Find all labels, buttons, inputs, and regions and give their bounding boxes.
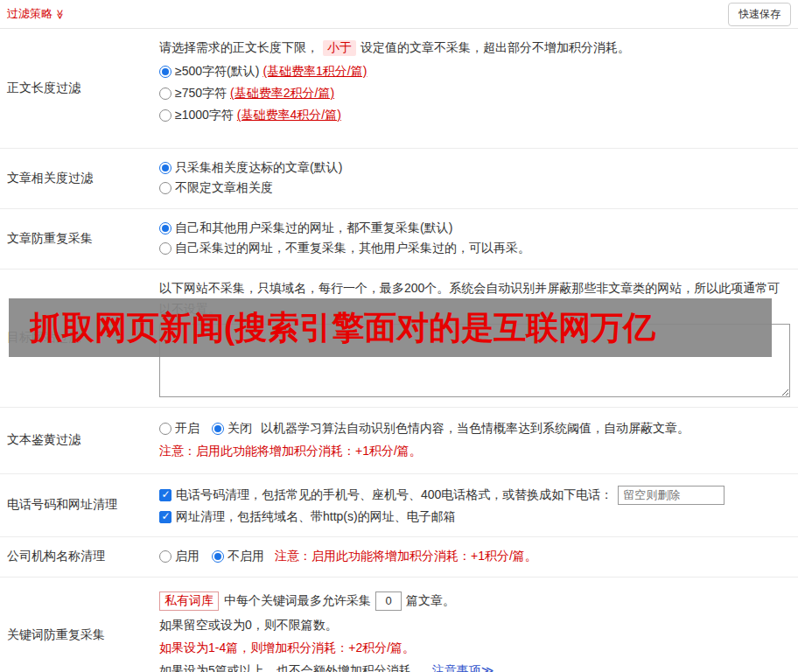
- row-porn-filter: 文本鉴黄过滤 开启 关闭 以机器学习算法自动识别色情内容，当色情概率达到系统阈值…: [0, 408, 798, 474]
- option-label: 不限定文章相关度: [175, 180, 273, 196]
- option-label: ≥500字符(默认): [175, 64, 259, 80]
- row-keyword-dedup: 关键词防重复采集 私有词库 中每个关键词最多允许采集 篇文章。 如果留空或设为0…: [0, 578, 798, 672]
- body-length-intro: 请选择需求的正文长度下限， 小于 设定值的文章不采集，超出部分不增加积分消耗。: [159, 40, 791, 56]
- porn-filter-warning: 注意：启用此功能将增加积分消耗：+1积分/篇。: [159, 444, 791, 459]
- company-off-label[interactable]: 不启用: [228, 549, 264, 564]
- row-label: 关键词防重复采集: [0, 578, 152, 672]
- watermark-text: 抓取网页新闻(搜索引擎面对的是互联网万亿: [30, 306, 655, 350]
- option-label: ≥750字符: [175, 86, 227, 102]
- double-chevron-icon: ≫: [481, 663, 494, 672]
- porn-off-label[interactable]: 关闭: [228, 421, 252, 437]
- row-label: 文章防重复采集: [0, 209, 152, 269]
- option-rate-note: (基础费率4积分/篇): [237, 108, 341, 123]
- url-clean-option: 网址清理，包括纯域名、带http(s)的网址、电子邮箱: [159, 509, 791, 525]
- row-label: 公司机构名称清理: [0, 537, 152, 577]
- porn-filter-options: 开启 关闭 以机器学习算法自动识别色情内容，当色情概率达到系统阈值，自动屏蔽文章…: [159, 421, 791, 437]
- option-label: ≥1000字符: [175, 108, 234, 123]
- row-phone-url-clean: 电话号码和网址清理 电话号码清理，包括常见的手机号、座机号、400电话格式，或替…: [0, 474, 798, 537]
- row-label: 文本鉴黄过滤: [0, 408, 152, 473]
- option-rate-note: (基础费率2积分/篇): [230, 86, 334, 102]
- row-relevance-filter: 文章相关度过滤 只采集相关度达标的文章(默认) 不限定文章相关度: [0, 149, 798, 209]
- radio-company-on[interactable]: [159, 550, 172, 563]
- topbar: 过滤策略 ≫ 快速保存: [0, 0, 798, 29]
- company-clean-warning: 注意：启用此功能将增加积分消耗：+1积分/篇。: [275, 549, 537, 564]
- phone-clean-label: 电话号码清理，包括常见的手机号、座机号、400电话格式，或替换成如下电话：: [176, 487, 612, 503]
- option-dedup-self[interactable]: 自己采集过的网址，不重复采集，其他用户采集过的，可以再采。: [159, 241, 791, 256]
- page-title[interactable]: 过滤策略 ≫: [7, 6, 66, 22]
- row-label: 正文长度过滤: [0, 29, 152, 148]
- url-clean-label: 网址清理，包括纯域名、带http(s)的网址、电子邮箱: [176, 509, 456, 525]
- notice-link-text: 注意事项: [432, 663, 481, 672]
- row-dedup-collection: 文章防重复采集 自己和其他用户采集过的网址，都不重复采集(默认) 自己采集过的网…: [0, 209, 798, 270]
- option-500-chars[interactable]: ≥500字符(默认) (基础费率1积分/篇): [159, 64, 791, 80]
- quick-save-button[interactable]: 快速保存: [728, 3, 791, 26]
- option-750-chars[interactable]: ≥750字符 (基础费率2积分/篇): [159, 86, 791, 102]
- porn-on-label[interactable]: 开启: [175, 421, 200, 437]
- keyword-note-five: 如果设为5篇或以上，也不会额外增加积分消耗。 注意事项≫: [159, 663, 791, 672]
- radio-750-chars[interactable]: [159, 88, 172, 100]
- keyword-limit-line: 私有词库 中每个关键词最多允许采集 篇文章。: [159, 592, 791, 611]
- option-dedup-global[interactable]: 自己和其他用户采集过的网址，都不重复采集(默认): [159, 220, 791, 236]
- intro-before: 请选择需求的正文长度下限，: [159, 40, 318, 56]
- radio-dedup-self[interactable]: [159, 242, 172, 255]
- keyword-note-cost: 如果设为1-4篇，则增加积分消耗：+2积分/篇。: [159, 640, 791, 656]
- page-title-text: 过滤策略: [7, 6, 52, 22]
- keyword-limit-text: 中每个关键词最多允许采集: [224, 593, 371, 609]
- private-lexicon-badge[interactable]: 私有词库: [159, 592, 219, 611]
- radio-relevance-default[interactable]: [159, 162, 172, 174]
- less-than-highlight: 小于: [323, 40, 356, 56]
- watermark-overlay: 抓取网页新闻(搜索引擎面对的是互联网万亿: [9, 298, 772, 357]
- row-label: 电话号码和网址清理: [0, 474, 152, 536]
- radio-500-chars[interactable]: [159, 66, 172, 78]
- chevron-down-icon: ≫: [54, 9, 66, 19]
- option-label: 自己和其他用户采集过的网址，都不重复采集(默认): [175, 220, 452, 236]
- company-on-label[interactable]: 启用: [175, 549, 200, 564]
- option-1000-chars[interactable]: ≥1000字符 (基础费率4积分/篇): [159, 108, 791, 123]
- radio-dedup-global[interactable]: [159, 222, 172, 234]
- option-rate-note: (基础费率1积分/篇): [262, 64, 367, 80]
- row-company-name-clean: 公司机构名称清理 启用 不启用 注意：启用此功能将增加积分消耗：+1积分/篇。: [0, 537, 798, 578]
- phone-clean-option: 电话号码清理，包括常见的手机号、座机号、400电话格式，或替换成如下电话：: [159, 486, 791, 505]
- keyword-note-zero: 如果留空或设为0，则不限篇数。: [159, 618, 791, 634]
- option-relevance-any[interactable]: 不限定文章相关度: [159, 180, 791, 196]
- option-label: 自己采集过的网址，不重复采集，其他用户采集过的，可以再采。: [175, 241, 530, 256]
- radio-porn-on[interactable]: [159, 423, 172, 435]
- radio-1000-chars[interactable]: [159, 109, 172, 122]
- replacement-phone-input[interactable]: [618, 486, 724, 505]
- notice-link[interactable]: 注意事项≫: [432, 663, 494, 672]
- keyword-count-input[interactable]: [375, 592, 402, 611]
- porn-filter-desc: 以机器学习算法自动识别色情内容，当色情概率达到系统阈值，自动屏蔽文章。: [261, 421, 690, 437]
- radio-porn-off[interactable]: [212, 423, 224, 435]
- keyword-limit-suffix: 篇文章。: [406, 593, 455, 609]
- row-body-length-filter: 正文长度过滤 请选择需求的正文长度下限， 小于 设定值的文章不采集，超出部分不增…: [0, 29, 798, 149]
- keyword-note-five-text: 如果设为5篇或以上，也不会额外增加积分消耗。: [159, 663, 424, 672]
- radio-company-off[interactable]: [212, 550, 224, 563]
- option-relevance-default[interactable]: 只采集相关度达标的文章(默认): [159, 160, 791, 176]
- company-clean-options: 启用 不启用 注意：启用此功能将增加积分消耗：+1积分/篇。: [159, 549, 791, 564]
- radio-relevance-any[interactable]: [159, 182, 172, 194]
- phone-clean-checkbox[interactable]: [159, 489, 172, 501]
- option-label: 只采集相关度达标的文章(默认): [175, 160, 342, 176]
- intro-after: 设定值的文章不采集，超出部分不增加积分消耗。: [360, 40, 630, 56]
- row-label: 文章相关度过滤: [0, 149, 152, 208]
- url-clean-checkbox[interactable]: [159, 511, 172, 523]
